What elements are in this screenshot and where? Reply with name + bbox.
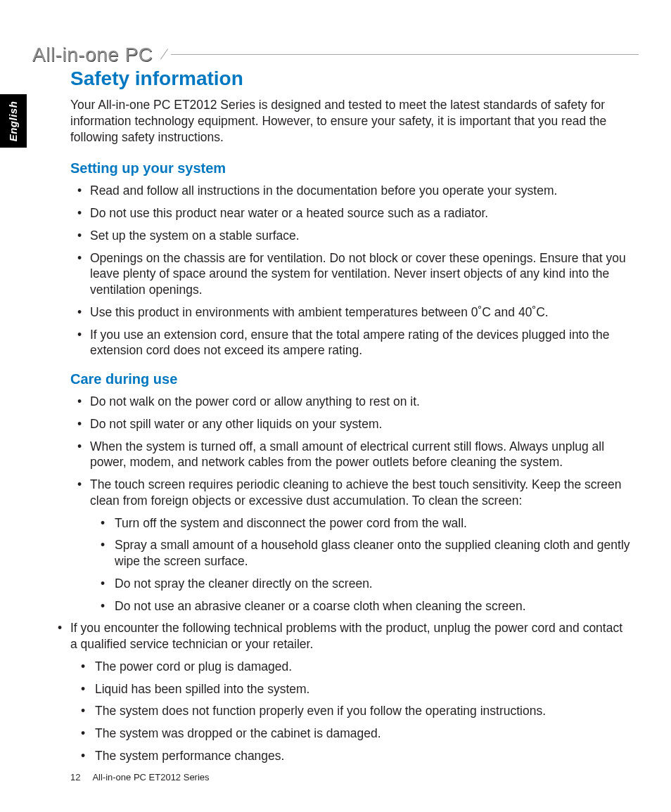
list-item: Turn off the system and disconnect the p… <box>90 515 630 531</box>
section-heading-setup: Setting up your system <box>70 160 630 176</box>
list-item: Do not spray the cleaner directly on the… <box>90 576 630 592</box>
list-item: Do not walk on the power cord or allow a… <box>70 394 630 410</box>
list-item: Do not use this product near water or a … <box>70 205 630 221</box>
doc-name: All-in-one PC ET2012 Series <box>92 772 209 782</box>
language-tab-label: English <box>8 101 20 141</box>
list-item: Liquid has been spilled into the system. <box>70 681 630 697</box>
section-heading-care: Care during use <box>70 371 630 387</box>
list-item: Read and follow all instructions in the … <box>70 183 630 199</box>
list-item: Use this product in environments with am… <box>70 304 630 321</box>
intro-paragraph: Your All-in-one PC ET2012 Series is desi… <box>70 97 630 145</box>
list-item: Openings on the chassis are for ventilat… <box>70 250 630 298</box>
list-item: Spray a small amount of a household glas… <box>90 537 630 569</box>
language-tab: English <box>0 94 27 148</box>
list-item: The touch screen requires periodic clean… <box>70 477 630 614</box>
page-header: All-in-one PC <box>32 44 639 66</box>
list-item: Do not spill water or any other liquids … <box>70 416 630 432</box>
list-item: If you use an extension cord, ensure tha… <box>70 327 630 359</box>
page-number: 12 <box>70 772 80 782</box>
list-item: The system was dropped or the cabinet is… <box>70 726 630 742</box>
list-item: Do not use an abrasive cleaner or a coar… <box>90 598 630 614</box>
list-item: When the system is turned off, a small a… <box>70 439 630 471</box>
page-content: Safety information Your All-in-one PC ET… <box>70 67 630 771</box>
list-item: Set up the system on a stable surface. <box>70 228 630 244</box>
list-item: The system performance changes. <box>70 748 630 764</box>
header-rule <box>171 51 639 58</box>
page-footer: 12 All-in-one PC ET2012 Series <box>70 772 210 782</box>
clean-screen-sublist: Turn off the system and disconnect the p… <box>90 515 630 614</box>
list-item: If you encounter the following technical… <box>51 620 630 763</box>
list-item: The system does not function properly ev… <box>70 703 630 719</box>
setup-list: Read and follow all instructions in the … <box>70 183 630 359</box>
product-line-title: All-in-one PC <box>32 44 161 66</box>
page-title: Safety information <box>70 67 630 90</box>
care-list: Do not walk on the power cord or allow a… <box>70 394 630 764</box>
list-item: The power cord or plug is damaged. <box>70 659 630 675</box>
technical-problems-sublist: The power cord or plug is damaged. Liqui… <box>70 659 630 764</box>
